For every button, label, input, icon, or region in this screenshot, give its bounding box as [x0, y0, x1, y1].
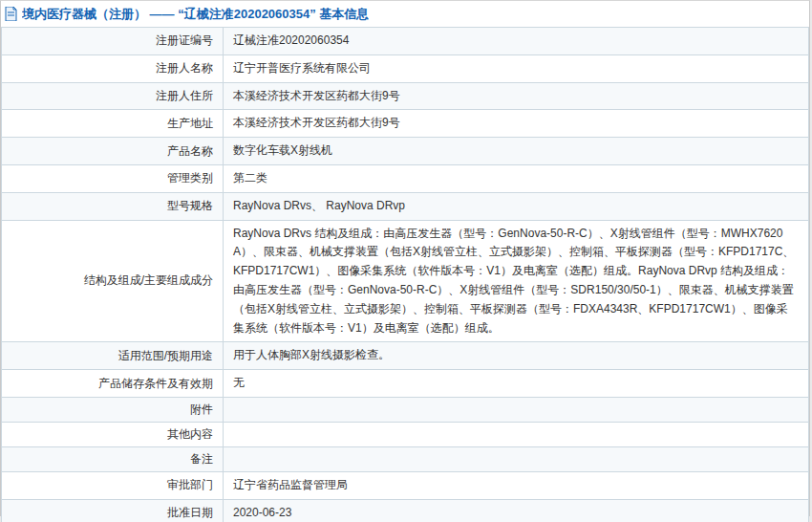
row-value	[224, 422, 809, 446]
table-row: 注册人住所 本溪经济技术开发区药都大街9号	[2, 82, 809, 110]
row-label: 注册证编号	[2, 28, 224, 55]
table-row: 结构及组成/主要组成成分 RayNova DRvs 结构及组成：由高压发生器（型…	[2, 220, 809, 342]
table-row: 注册证编号 辽械注准20202060354	[2, 28, 809, 55]
table-row: 产品储存条件及有效期 无	[2, 370, 809, 398]
row-label: 适用范围/预期用途	[2, 342, 224, 370]
row-label: 注册人名称	[2, 54, 224, 82]
row-value	[224, 446, 809, 471]
row-value: 数字化车载X射线机	[224, 138, 809, 165]
row-label: 备注	[2, 446, 224, 471]
table-row: 附件	[2, 397, 809, 422]
row-value: 本溪经济技术开发区药都大街9号	[224, 82, 809, 110]
row-label: 型号规格	[2, 192, 224, 220]
row-label: 批准日期	[2, 499, 224, 522]
row-value: 辽宁开普医疗系统有限公司	[224, 54, 809, 82]
row-label: 产品名称	[2, 138, 224, 165]
registration-info-page: 境内医疗器械（注册） —— “辽械注准20202060354” 基本信息 注册证…	[0, 0, 810, 516]
row-value: 辽械注准20202060354	[224, 28, 809, 55]
row-label: 生产地址	[2, 110, 224, 138]
row-label: 管理类别	[2, 164, 224, 192]
row-value: 无	[224, 370, 809, 398]
row-value: RayNova DRvs、 RayNova DRvp	[224, 192, 809, 220]
table-row: 适用范围/预期用途 用于人体胸部X射线摄影检查。	[2, 342, 809, 370]
registration-info-table: 注册证编号 辽械注准20202060354 注册人名称 辽宁开普医疗系统有限公司…	[1, 27, 809, 522]
table-row: 生产地址 本溪经济技术开发区药都大街9号	[2, 110, 809, 138]
row-label: 其他内容	[2, 422, 224, 446]
table-row: 管理类别 第二类	[2, 164, 809, 192]
row-value: 本溪经济技术开发区药都大街9号	[224, 110, 809, 138]
table-row: 注册人名称 辽宁开普医疗系统有限公司	[2, 54, 809, 82]
row-label: 结构及组成/主要组成成分	[2, 220, 224, 342]
row-value: 第二类	[224, 164, 809, 192]
row-label: 审批部门	[2, 471, 224, 499]
table-row: 批准日期 2020-06-23	[2, 499, 809, 522]
row-label: 附件	[2, 397, 224, 422]
row-value: 2020-06-23	[224, 499, 809, 522]
row-value	[224, 397, 809, 422]
table-row: 其他内容	[2, 422, 809, 446]
row-value: 辽宁省药品监督管理局	[224, 471, 809, 499]
row-value: 用于人体胸部X射线摄影检查。	[224, 342, 809, 370]
page-title-bar: 境内医疗器械（注册） —— “辽械注准20202060354” 基本信息	[1, 1, 809, 27]
page-title: 境内医疗器械（注册） —— “辽械注准20202060354” 基本信息	[22, 6, 369, 23]
table-row: 审批部门 辽宁省药品监督管理局	[2, 471, 809, 499]
document-icon	[5, 7, 17, 21]
table-row: 产品名称 数字化车载X射线机	[2, 138, 809, 165]
row-label: 产品储存条件及有效期	[2, 370, 224, 398]
row-label: 注册人住所	[2, 82, 224, 110]
table-row: 型号规格 RayNova DRvs、 RayNova DRvp	[2, 192, 809, 220]
table-row: 备注	[2, 446, 809, 471]
row-value: RayNova DRvs 结构及组成：由高压发生器（型号：GenNova-50-…	[224, 220, 809, 342]
